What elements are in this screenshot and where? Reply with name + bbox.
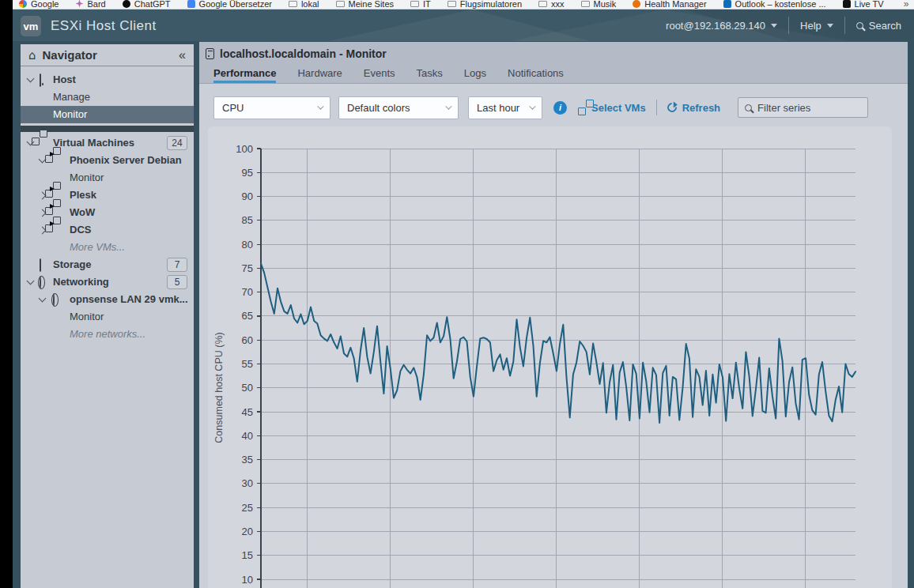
host-icon [206,48,214,59]
svg-text:90: 90 [242,190,253,202]
user-menu[interactable]: root@192.168.29.140 [666,20,777,32]
folder-icon [336,1,345,7]
sidebar-item-virtual-machines[interactable]: Virtual Machines24 [21,134,194,152]
sidebar-item-label: Phoenix Server Debian [70,152,182,169]
navigator-sidebar: ⌂ Navigator « HostManageMonitorVirtual M… [21,44,194,588]
bookmark-label: Google [31,0,59,9]
sidebar-item-storage[interactable]: Storage7 [21,256,194,273]
chevron-down-icon[interactable] [27,75,35,83]
sidebar-item-manage[interactable]: Manage [21,89,194,106]
bookmark-flugsimulatoren[interactable]: Flugsimulatoren [448,0,522,9]
sidebar-item-monitor[interactable]: Monitor [21,169,194,187]
bookmark-health-manager[interactable]: Health Manager [633,0,706,9]
sidebar-item-label: WoW [70,204,95,221]
navigator-tree: HostManageMonitorVirtual Machines24Phoen… [21,66,194,343]
vm-running-icon [50,187,55,191]
bookmark-label: Google Übersetzer [199,0,272,9]
bookmark-bard[interactable]: Bard [75,0,105,9]
svg-text:95: 95 [242,167,253,179]
chevron-down-icon [445,103,451,109]
divider [788,17,789,34]
sidebar-item-plesk[interactable]: Plesk [21,187,194,204]
tab-notifications[interactable]: Notifications [508,67,564,83]
screen-left-edge [0,0,13,588]
sidebar-item-label: Host [53,71,76,89]
sidebar-item-label: Plesk [70,187,96,204]
vm-running-icon [50,221,55,226]
search-icon [745,104,752,111]
colors-select[interactable]: Default colors [338,96,459,119]
bookmarks-list: GoogleBardChatGPTGoogle ÜbersetzerlokalM… [13,0,914,9]
sidebar-item-more-vms[interactable]: More VMs... [21,239,194,256]
search-button[interactable]: Search [856,20,901,32]
bookmark-musik[interactable]: Musik [581,0,617,9]
browser-bookmarks-bar: GoogleBardChatGPTGoogle ÜbersetzerlokalM… [13,0,914,9]
tab-tasks[interactable]: Tasks [417,67,443,83]
svg-text:45: 45 [242,406,253,418]
sidebar-item-label: Storage [53,256,91,273]
sidebar-item-more-networks[interactable]: More networks... [21,326,194,343]
storage-icon [40,259,41,271]
bookmark-outlook-kostenlose[interactable]: Outlook – kostenlose ... [723,0,826,9]
sidebar-item-label: Monitor [70,169,104,187]
refresh-button[interactable]: Refresh [667,102,720,114]
help-menu-label: Help [800,20,821,32]
tab-events[interactable]: Events [364,67,395,83]
host-icon [40,74,41,86]
metric-select[interactable]: CPU [213,96,330,119]
bookmark-live-tv[interactable]: Live TV [843,0,884,9]
sidebar-item-opnsense-lan-29-vmk[interactable]: opnsense LAN 29 vmk... [21,291,194,308]
vmware-logo: vm [21,16,41,36]
help-menu[interactable]: Help [800,20,833,32]
navigator-header: ⌂ Navigator « [21,44,194,66]
svg-text:85: 85 [242,214,253,226]
sidebar-item-host[interactable]: Host [21,71,194,89]
svg-text:60: 60 [242,334,253,346]
chevron-down-icon[interactable] [39,295,47,303]
svg-text:30: 30 [242,477,253,489]
bookmark-chatgpt[interactable]: ChatGPT [123,0,171,9]
bookmark-google[interactable]: Google [19,0,59,9]
bookmark-meine-sites[interactable]: Meine Sites [336,0,394,9]
sidebar-item-wow[interactable]: WoW [21,204,194,221]
collapse-sidebar-icon[interactable]: « [179,48,186,62]
count-badge: 24 [167,136,187,150]
folder-icon [289,1,297,7]
home-icon: ⌂ [28,48,36,62]
tab-performance[interactable]: Performance [213,67,276,83]
bookmark-label: xxx [551,0,565,9]
tab-logs[interactable]: Logs [464,67,486,83]
sidebar-item-monitor[interactable]: Monitor [21,308,194,326]
metric-select-value: CPU [222,102,244,114]
sidebar-item-label: Manage [53,89,90,106]
sidebar-item-monitor[interactable]: Monitor [21,106,194,123]
network-icon [40,277,41,288]
bookmark-google-bersetzer[interactable]: Google Übersetzer [187,0,272,9]
sidebar-item-dcs[interactable]: DCS [21,221,194,239]
sidebar-item-label: Virtual Machines [53,134,134,152]
svg-text:50: 50 [242,382,253,394]
bookmark-label: Live TV [855,0,884,9]
network-icon [53,294,55,306]
sidebar-item-phoenix-server-debian[interactable]: Phoenix Server Debian [21,152,194,169]
cpu-performance-chart: 100959085807570656055504540353025201510C… [208,126,892,588]
sidebar-item-networking[interactable]: Networking5 [21,273,194,291]
chevron-down-icon[interactable] [27,277,35,285]
sidebar-item-label: DCS [70,221,91,239]
time-range-select[interactable]: Last hour [468,96,542,119]
filter-series-input[interactable] [757,102,852,114]
tab-bar: PerformanceHardwareEventsTasksLogsNotifi… [199,65,908,84]
sidebar-item-label: More VMs... [70,239,125,256]
folder-icon [448,1,456,7]
cpu-chart-svg: 100959085807570656055504540353025201510C… [208,126,892,588]
bookmarks-overflow-icon[interactable]: » [904,0,909,9]
main-content-panel: localhost.localdomain - Monitor Performa… [199,42,908,588]
select-vms-button[interactable]: Select VMs [586,102,646,114]
folder-icon [581,1,590,7]
info-icon[interactable]: i [553,101,567,115]
bookmark-lokal[interactable]: lokal [289,0,319,9]
bookmark-xxx[interactable]: xxx [538,0,565,9]
bookmark-it[interactable]: IT [410,0,431,9]
tab-hardware[interactable]: Hardware [297,67,342,83]
chart-toolbar: CPU Default colors Last hour i Select VM… [199,84,908,126]
